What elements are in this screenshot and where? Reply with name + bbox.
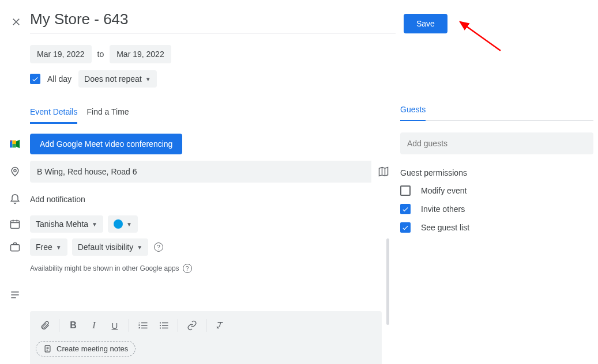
guest-permissions-title: Guest permissions <box>400 168 593 177</box>
calendar-owner-dropdown[interactable]: Tanisha Mehta▼ <box>30 215 103 233</box>
svg-point-6 <box>160 327 161 328</box>
all-day-checkbox[interactable] <box>30 74 40 84</box>
numbered-list-button[interactable] <box>134 317 152 334</box>
caret-down-icon: ▼ <box>137 244 142 251</box>
availability-hint-text: Availability might be shown in other Goo… <box>30 264 179 272</box>
caret-down-icon: ▼ <box>92 221 97 227</box>
location-icon <box>0 166 30 177</box>
google-meet-icon <box>0 139 30 149</box>
perm-modify-checkbox[interactable] <box>400 185 411 196</box>
location-input[interactable] <box>30 161 371 183</box>
all-day-label: All day <box>47 74 72 84</box>
caret-down-icon: ▼ <box>145 76 151 82</box>
bold-button[interactable]: B <box>64 317 82 334</box>
clear-formatting-button[interactable] <box>211 317 230 334</box>
perm-invite-checkbox[interactable] <box>400 204 411 214</box>
recurrence-dropdown[interactable]: Does not repeat▼ <box>78 70 157 88</box>
svg-point-4 <box>160 322 161 323</box>
scrollbar-thumb[interactable] <box>386 238 389 325</box>
caret-down-icon: ▼ <box>126 221 132 227</box>
visibility-dropdown[interactable]: Default visibility▼ <box>72 238 148 256</box>
add-guests-input[interactable] <box>400 132 593 154</box>
end-date-chip[interactable]: Mar 19, 2022 <box>110 45 171 63</box>
help-icon[interactable]: ? <box>183 264 192 273</box>
perm-seelist-checkbox[interactable] <box>400 222 411 233</box>
add-meet-button[interactable]: Add Google Meet video conferencing <box>30 134 182 154</box>
date-to-label: to <box>97 50 104 59</box>
perm-invite-label: Invite others <box>421 204 465 214</box>
help-icon[interactable]: ? <box>154 242 163 252</box>
save-button[interactable]: Save <box>404 14 447 33</box>
caret-down-icon: ▼ <box>56 244 62 251</box>
underline-button[interactable]: U <box>106 317 124 334</box>
perm-modify-label: Modify event <box>421 186 467 195</box>
close-icon[interactable] <box>5 10 28 33</box>
bulleted-list-button[interactable] <box>155 317 173 334</box>
svg-point-5 <box>160 325 161 326</box>
description-icon <box>0 289 30 301</box>
doc-icon <box>43 344 52 353</box>
availability-dropdown[interactable]: Free▼ <box>30 238 67 256</box>
color-swatch-icon <box>114 219 123 229</box>
tab-find-a-time[interactable]: Find a Time <box>86 105 129 124</box>
italic-button[interactable]: I <box>85 317 103 334</box>
calendar-color-dropdown[interactable]: ▼ <box>108 215 138 233</box>
map-preview-button[interactable] <box>371 160 396 183</box>
start-date-chip[interactable]: Mar 19, 2022 <box>30 45 92 63</box>
calendar-icon <box>0 218 30 230</box>
add-notification-button[interactable]: Add notification <box>30 189 85 210</box>
tab-event-details[interactable]: Event Details <box>30 105 77 124</box>
attachment-button[interactable] <box>36 317 54 334</box>
svg-point-1 <box>14 169 16 172</box>
briefcase-icon <box>0 241 30 253</box>
link-button[interactable] <box>183 317 201 334</box>
event-title-input[interactable] <box>30 7 396 33</box>
guests-header: Guests <box>400 105 426 121</box>
perm-seelist-label: See guest list <box>421 223 469 232</box>
notification-icon <box>0 194 30 205</box>
create-meeting-notes-button[interactable]: Create meeting notes <box>36 341 136 357</box>
svg-rect-3 <box>11 245 20 251</box>
svg-rect-2 <box>11 221 20 228</box>
